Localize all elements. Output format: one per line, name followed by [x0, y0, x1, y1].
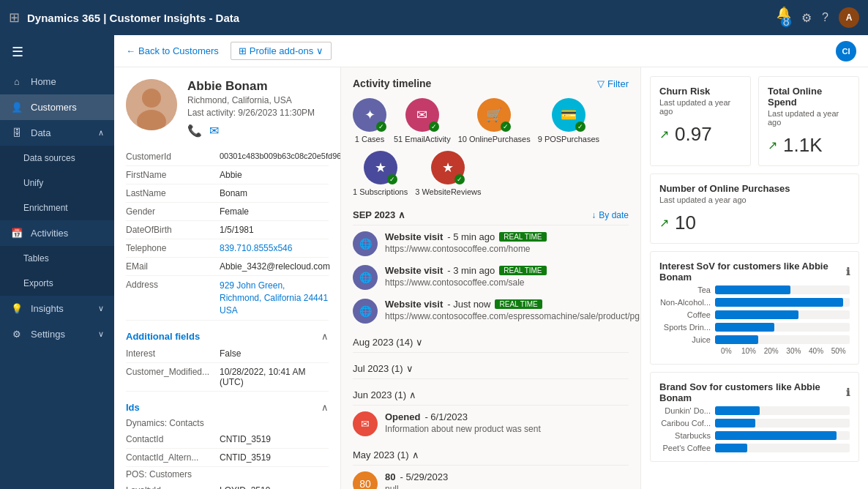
- field-label: LoyaltyId: [126, 485, 214, 489]
- additional-fields-title[interactable]: Additional fields: [126, 331, 200, 342]
- field-value-address[interactable]: 929 John Green,Richmond, California 2444…: [220, 280, 328, 316]
- period-label-sep[interactable]: SEP 2023 ∧: [353, 209, 405, 220]
- brand-bar-chart: Dunkin' Do... Caribou Cof...: [659, 406, 850, 452]
- sidebar-item-customers[interactable]: 👤 Customers: [0, 94, 114, 120]
- bar-row-sports: Sports Drin...: [659, 323, 850, 332]
- activity-icon-email[interactable]: ✉ ✓ 51 EmailActivity: [394, 98, 451, 143]
- field-row: Interest False: [126, 345, 329, 363]
- bar-fill: [715, 323, 774, 332]
- interest-chart-card: Interest SoV for customers like Abbie Bo…: [650, 251, 859, 365]
- insights-icon: 💡: [10, 303, 23, 314]
- churn-risk-card: Churn Risk Last updated a year ago ↗ 0.9…: [650, 76, 751, 166]
- purchases-circle: 🛒 ✓: [477, 98, 511, 132]
- bar-container: [715, 323, 850, 332]
- period-aug2023[interactable]: Aug 2023 (14) ∨: [353, 332, 629, 353]
- timeline-url[interactable]: https://www.contosocoffee.com/home: [385, 244, 629, 254]
- sidebar-label-home: Home: [31, 76, 56, 87]
- bar-fill: [715, 419, 755, 428]
- bar-label: Starbucks: [659, 431, 711, 440]
- reviews-circle: ★ ✓: [431, 151, 465, 184]
- field-row: Customer_Modified... 10/28/2022, 10:41 A…: [126, 363, 329, 392]
- bar-container: [715, 419, 850, 428]
- total-spend-card: Total Online Spend Last updated a year a…: [758, 76, 859, 166]
- data-icon: 🗄: [10, 127, 23, 138]
- sidebar-item-enrichment[interactable]: Enrichment: [0, 195, 114, 220]
- email-label: 51 EmailActivity: [394, 135, 451, 143]
- sidebar-label-data: Data: [31, 127, 50, 138]
- sidebar-item-insights[interactable]: 💡 Insights ∨: [0, 296, 114, 321]
- activity-icon-subs[interactable]: ★ ✓ 1 Subscriptions: [353, 151, 408, 196]
- user-avatar[interactable]: A: [839, 7, 859, 28]
- timeline-time: - 3 min ago: [447, 265, 495, 276]
- settings-icon[interactable]: ⚙: [801, 11, 812, 25]
- sidebar-item-tables[interactable]: Tables: [0, 246, 114, 271]
- timeline-content: 80 - 5/29/2023 null: [385, 471, 629, 489]
- filter-button[interactable]: ▽ Filter: [597, 78, 629, 89]
- content-area: ← Back to Customers ⊞ Profile add-ons ∨ …: [114, 35, 868, 489]
- ids-header: Ids ∧: [126, 396, 329, 416]
- total-spend-number: 1.1K: [783, 134, 823, 157]
- ids-collapse[interactable]: ∧: [321, 402, 329, 413]
- sidebar-data-sub: Data sources Unify Enrichment: [0, 146, 114, 220]
- additional-fields-collapse[interactable]: ∧: [321, 331, 329, 342]
- sidebar-item-activities[interactable]: 📅 Activities: [0, 220, 114, 246]
- axis-label: 50%: [827, 347, 850, 355]
- sidebar-item-home[interactable]: ⌂ Home: [0, 69, 114, 94]
- field-value: Abbie: [220, 170, 242, 180]
- profile-addons-button[interactable]: ⊞ Profile add-ons ∨: [231, 42, 332, 60]
- period-chevron-jul: ∨: [406, 363, 414, 374]
- activity-icon-purchases[interactable]: 🛒 ✓ 10 OnlinePurchases: [458, 98, 531, 143]
- sub-header: ← Back to Customers ⊞ Profile add-ons ∨ …: [114, 35, 868, 67]
- activity-icon-pos[interactable]: 💳 ✓ 9 POSPurchases: [538, 98, 599, 143]
- help-icon[interactable]: ?: [822, 11, 828, 24]
- sidebar-item-data[interactable]: 🗄 Data ∧: [0, 120, 114, 146]
- activity-icon-reviews[interactable]: ★ ✓ 3 WebsiteReviews: [415, 151, 481, 196]
- field-value-telephone[interactable]: 839.710.8555x546: [220, 243, 292, 253]
- activity-icon-cases[interactable]: ✦ ✓ 1 Cases: [353, 98, 386, 143]
- sidebar-toggle[interactable]: ☰: [0, 35, 114, 69]
- period-may2023[interactable]: May 2023 (1) ∧: [353, 445, 629, 466]
- field-value: 00301c483b009b63c08c20e5fd96340a: [220, 152, 341, 162]
- online-purchases-card: Number of Online Purchases Last updated …: [650, 173, 859, 244]
- field-label: EMail: [126, 261, 214, 272]
- field-value: 1/5/1981: [220, 225, 254, 235]
- bar-label: Tea: [659, 285, 711, 294]
- bar-container: [715, 431, 850, 440]
- timeline-dot: 🌐: [353, 265, 378, 290]
- sort-button[interactable]: ↓ By date: [591, 210, 629, 220]
- sidebar-item-datasources[interactable]: Data sources: [0, 146, 114, 171]
- ids-title[interactable]: Ids: [126, 402, 140, 413]
- sidebar-label-customers: Customers: [31, 102, 77, 113]
- phone-icon[interactable]: 📞: [187, 124, 202, 138]
- ids-section-dynamics: Dynamics: Contacts: [126, 416, 329, 430]
- cases-circle: ✦ ✓: [353, 98, 386, 132]
- brand-info-icon[interactable]: ℹ: [846, 387, 850, 398]
- interest-info-icon[interactable]: ℹ: [846, 266, 850, 277]
- profile-addons-icon: ⊞: [239, 45, 247, 56]
- timeline-url[interactable]: https://www.contosocoffee.com/sale: [385, 277, 629, 288]
- back-button[interactable]: ← Back to Customers: [126, 45, 219, 56]
- period-jun2023[interactable]: Jun 2023 (1) ∧: [353, 385, 629, 406]
- timeline-url[interactable]: https://www.contosocoffee.com/espressoma…: [385, 311, 641, 321]
- reviews-label: 3 WebsiteReviews: [415, 187, 481, 196]
- activity-header: Activity timeline ▽ Filter: [353, 78, 629, 89]
- total-spend-title: Total Online Spend: [768, 86, 850, 108]
- cases-check: ✓: [376, 122, 386, 132]
- sidebar-item-exports[interactable]: Exports: [0, 271, 114, 296]
- bar-row-peets: Peet's Coffee: [659, 444, 850, 452]
- period-jul2023[interactable]: Jul 2023 (1) ∨: [353, 359, 629, 379]
- sidebar-item-unify[interactable]: Unify: [0, 171, 114, 195]
- notification-icon[interactable]: 🔔 8: [777, 6, 791, 30]
- churn-risk-value-row: ↗ 0.97: [659, 123, 741, 146]
- email-icon[interactable]: ✉: [209, 124, 219, 138]
- timeline-content: Website visit - Just now REAL TIME https…: [385, 299, 641, 321]
- sidebar-item-settings[interactable]: ⚙ Settings ∨: [0, 321, 114, 347]
- field-row: LastName Bonam: [126, 184, 329, 203]
- online-purchases-sub: Last updated a year ago: [659, 195, 850, 204]
- timeline-content: Website visit - 5 min ago REAL TIME http…: [385, 231, 629, 254]
- sidebar: ☰ ⌂ Home 👤 Customers 🗄 Data ∧ Data sourc…: [0, 35, 114, 489]
- axis-label: 30%: [782, 347, 805, 355]
- field-label: Address: [126, 280, 214, 316]
- grid-icon[interactable]: ⊞: [9, 10, 20, 26]
- field-label: DateOfBirth: [126, 225, 214, 235]
